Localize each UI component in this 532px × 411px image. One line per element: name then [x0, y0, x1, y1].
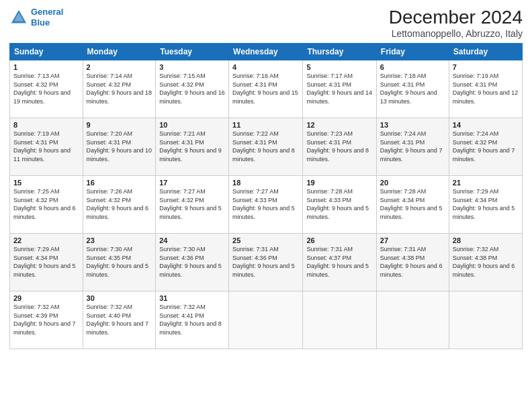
calendar-table: Sunday Monday Tuesday Wednesday Thursday… — [9, 43, 523, 349]
day-number: 9 — [87, 121, 152, 129]
day-number: 16 — [87, 179, 152, 187]
table-row: 6Sunrise: 7:18 AMSunset: 4:31 PMDaylight… — [376, 60, 449, 118]
logo-blue: Blue — [31, 17, 63, 28]
day-info: Sunrise: 7:18 AMSunset: 4:31 PMDaylight:… — [380, 72, 445, 105]
table-row — [376, 291, 449, 349]
day-info: Sunrise: 7:24 AMSunset: 4:32 PMDaylight:… — [453, 130, 519, 163]
day-info: Sunrise: 7:22 AMSunset: 4:31 PMDaylight:… — [232, 130, 299, 163]
day-info: Sunrise: 7:14 AMSunset: 4:32 PMDaylight:… — [87, 72, 152, 105]
table-row: 28Sunrise: 7:32 AMSunset: 4:38 PMDayligh… — [449, 234, 522, 291]
table-row: 29Sunrise: 7:32 AMSunset: 4:39 PMDayligh… — [10, 291, 83, 349]
day-number: 27 — [380, 236, 445, 244]
page-subtitle: Lettomanoppello, Abruzzo, Italy — [389, 28, 523, 39]
day-info: Sunrise: 7:24 AMSunset: 4:31 PMDaylight:… — [380, 130, 445, 163]
day-info: Sunrise: 7:30 AMSunset: 4:35 PMDaylight:… — [87, 245, 152, 279]
logo: General Blue — [9, 7, 63, 28]
col-friday: Friday — [376, 44, 449, 60]
col-saturday: Saturday — [449, 44, 522, 60]
day-number: 3 — [159, 63, 225, 71]
table-row: 14Sunrise: 7:24 AMSunset: 4:32 PMDayligh… — [449, 118, 522, 176]
day-number: 10 — [159, 121, 225, 129]
col-wednesday: Wednesday — [229, 44, 303, 60]
calendar-week-row: 8Sunrise: 7:19 AMSunset: 4:31 PMDaylight… — [10, 118, 523, 176]
day-info: Sunrise: 7:16 AMSunset: 4:31 PMDaylight:… — [232, 72, 299, 105]
table-row: 26Sunrise: 7:31 AMSunset: 4:37 PMDayligh… — [303, 234, 376, 291]
day-number: 11 — [232, 121, 299, 129]
table-row: 30Sunrise: 7:32 AMSunset: 4:40 PMDayligh… — [83, 291, 156, 349]
table-row: 24Sunrise: 7:30 AMSunset: 4:36 PMDayligh… — [156, 234, 229, 291]
table-row: 4Sunrise: 7:16 AMSunset: 4:31 PMDaylight… — [229, 60, 303, 118]
day-number: 19 — [306, 179, 372, 187]
day-info: Sunrise: 7:27 AMSunset: 4:33 PMDaylight:… — [232, 187, 299, 221]
table-row: 19Sunrise: 7:28 AMSunset: 4:33 PMDayligh… — [303, 176, 376, 234]
day-number: 8 — [13, 121, 79, 129]
day-number: 25 — [232, 236, 299, 244]
day-number: 26 — [306, 236, 372, 244]
day-info: Sunrise: 7:32 AMSunset: 4:40 PMDaylight:… — [87, 303, 152, 336]
calendar-week-row: 29Sunrise: 7:32 AMSunset: 4:39 PMDayligh… — [10, 291, 523, 349]
day-info: Sunrise: 7:31 AMSunset: 4:36 PMDaylight:… — [232, 245, 299, 279]
day-info: Sunrise: 7:31 AMSunset: 4:38 PMDaylight:… — [380, 245, 445, 279]
table-row: 21Sunrise: 7:29 AMSunset: 4:34 PMDayligh… — [449, 176, 522, 234]
day-number: 17 — [159, 179, 225, 187]
day-info: Sunrise: 7:28 AMSunset: 4:33 PMDaylight:… — [306, 187, 372, 221]
table-row: 5Sunrise: 7:17 AMSunset: 4:31 PMDaylight… — [303, 60, 376, 118]
table-row: 11Sunrise: 7:22 AMSunset: 4:31 PMDayligh… — [229, 118, 303, 176]
day-info: Sunrise: 7:15 AMSunset: 4:32 PMDaylight:… — [159, 72, 225, 105]
table-row: 27Sunrise: 7:31 AMSunset: 4:38 PMDayligh… — [376, 234, 449, 291]
day-info: Sunrise: 7:29 AMSunset: 4:34 PMDaylight:… — [453, 187, 519, 221]
logo-text: General Blue — [31, 7, 63, 28]
calendar-week-row: 1Sunrise: 7:13 AMSunset: 4:32 PMDaylight… — [10, 60, 523, 118]
day-info: Sunrise: 7:30 AMSunset: 4:36 PMDaylight:… — [159, 245, 225, 279]
day-number: 6 — [380, 63, 445, 71]
day-info: Sunrise: 7:27 AMSunset: 4:32 PMDaylight:… — [159, 187, 225, 221]
table-row — [449, 291, 522, 349]
table-row: 3Sunrise: 7:15 AMSunset: 4:32 PMDaylight… — [156, 60, 229, 118]
day-number: 22 — [13, 236, 79, 244]
day-number: 14 — [453, 121, 519, 129]
day-info: Sunrise: 7:21 AMSunset: 4:31 PMDaylight:… — [159, 130, 225, 163]
day-info: Sunrise: 7:32 AMSunset: 4:38 PMDaylight:… — [453, 245, 519, 279]
table-row: 22Sunrise: 7:29 AMSunset: 4:34 PMDayligh… — [10, 234, 83, 291]
day-number: 1 — [13, 63, 79, 71]
table-row: 7Sunrise: 7:19 AMSunset: 4:31 PMDaylight… — [449, 60, 522, 118]
day-info: Sunrise: 7:23 AMSunset: 4:31 PMDaylight:… — [306, 130, 372, 163]
day-info: Sunrise: 7:32 AMSunset: 4:41 PMDaylight:… — [159, 303, 225, 336]
day-number: 18 — [232, 179, 299, 187]
day-info: Sunrise: 7:13 AMSunset: 4:32 PMDaylight:… — [13, 72, 79, 105]
table-row: 8Sunrise: 7:19 AMSunset: 4:31 PMDaylight… — [10, 118, 83, 176]
logo-icon — [9, 8, 28, 27]
day-number: 12 — [306, 121, 372, 129]
table-row: 20Sunrise: 7:28 AMSunset: 4:34 PMDayligh… — [376, 176, 449, 234]
table-row: 2Sunrise: 7:14 AMSunset: 4:32 PMDaylight… — [83, 60, 156, 118]
day-number: 2 — [87, 63, 152, 71]
calendar-week-row: 22Sunrise: 7:29 AMSunset: 4:34 PMDayligh… — [10, 234, 523, 291]
day-info: Sunrise: 7:19 AMSunset: 4:31 PMDaylight:… — [13, 130, 79, 163]
day-number: 29 — [13, 294, 79, 302]
table-row: 9Sunrise: 7:20 AMSunset: 4:31 PMDaylight… — [83, 118, 156, 176]
day-number: 5 — [306, 63, 372, 71]
table-row: 13Sunrise: 7:24 AMSunset: 4:31 PMDayligh… — [376, 118, 449, 176]
day-info: Sunrise: 7:17 AMSunset: 4:31 PMDaylight:… — [306, 72, 372, 105]
col-tuesday: Tuesday — [156, 44, 229, 60]
day-info: Sunrise: 7:19 AMSunset: 4:31 PMDaylight:… — [453, 72, 519, 105]
table-row: 25Sunrise: 7:31 AMSunset: 4:36 PMDayligh… — [229, 234, 303, 291]
table-row: 18Sunrise: 7:27 AMSunset: 4:33 PMDayligh… — [229, 176, 303, 234]
day-number: 7 — [453, 63, 519, 71]
day-info: Sunrise: 7:25 AMSunset: 4:32 PMDaylight:… — [13, 187, 79, 221]
day-info: Sunrise: 7:31 AMSunset: 4:37 PMDaylight:… — [306, 245, 372, 279]
table-row: 17Sunrise: 7:27 AMSunset: 4:32 PMDayligh… — [156, 176, 229, 234]
table-row: 15Sunrise: 7:25 AMSunset: 4:32 PMDayligh… — [10, 176, 83, 234]
day-number: 15 — [13, 179, 79, 187]
table-row — [229, 291, 303, 349]
table-row — [303, 291, 376, 349]
col-sunday: Sunday — [10, 44, 83, 60]
table-row: 31Sunrise: 7:32 AMSunset: 4:41 PMDayligh… — [156, 291, 229, 349]
day-info: Sunrise: 7:28 AMSunset: 4:34 PMDaylight:… — [380, 187, 445, 221]
table-row: 16Sunrise: 7:26 AMSunset: 4:32 PMDayligh… — [83, 176, 156, 234]
day-number: 21 — [453, 179, 519, 187]
day-number: 4 — [232, 63, 299, 71]
day-number: 31 — [159, 294, 225, 302]
calendar-header-row: Sunday Monday Tuesday Wednesday Thursday… — [10, 44, 523, 60]
day-number: 20 — [380, 179, 445, 187]
